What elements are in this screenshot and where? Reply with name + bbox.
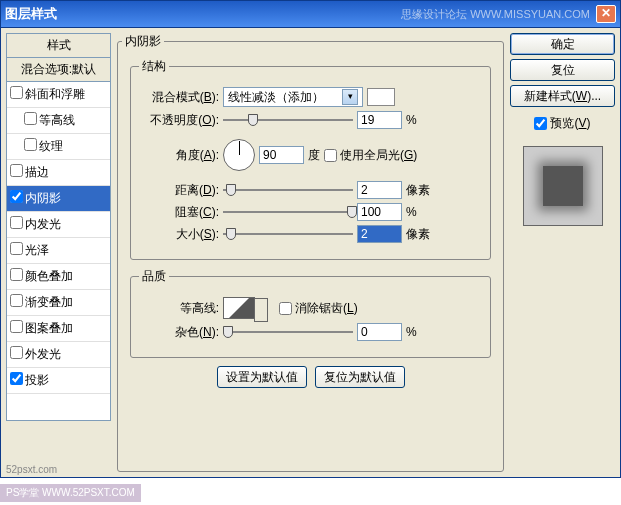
contour-picker[interactable] (223, 297, 255, 319)
style-item[interactable]: 等高线 (7, 108, 110, 134)
style-item-checkbox[interactable] (10, 268, 23, 281)
anti-alias-checkbox[interactable]: 消除锯齿(L) (279, 300, 358, 317)
distance-unit: 像素 (406, 182, 430, 199)
size-unit: 像素 (406, 226, 430, 243)
style-item-label: 内阴影 (25, 191, 61, 205)
style-item-checkbox[interactable] (10, 190, 23, 203)
angle-row: 角度(A): 90 度 使用全局光(G) (139, 139, 482, 171)
style-item-checkbox[interactable] (10, 320, 23, 333)
blend-color-swatch[interactable] (367, 88, 395, 106)
style-item[interactable]: 纹理 (7, 134, 110, 160)
styles-header[interactable]: 样式 (7, 34, 110, 58)
preview-input[interactable] (534, 117, 547, 130)
style-item-checkbox[interactable] (10, 294, 23, 307)
angle-dial[interactable] (223, 139, 255, 171)
style-item[interactable]: 内发光 (7, 212, 110, 238)
style-item[interactable]: 内阴影 (7, 186, 110, 212)
choke-slider[interactable] (223, 211, 353, 213)
style-item-checkbox[interactable] (10, 242, 23, 255)
size-input[interactable]: 2 (357, 225, 402, 243)
reset-default-button[interactable]: 复位为默认值 (315, 366, 405, 388)
distance-label: 距离(D): (139, 182, 219, 199)
preview-box (523, 146, 603, 226)
distance-row: 距离(D): 2 像素 (139, 181, 482, 199)
style-item-checkbox[interactable] (24, 112, 37, 125)
style-item-checkbox[interactable] (10, 346, 23, 359)
style-item-checkbox[interactable] (10, 372, 23, 385)
window-title: 图层样式 (5, 5, 401, 23)
size-row: 大小(S): 2 像素 (139, 225, 482, 243)
style-item-label: 颜色叠加 (25, 269, 73, 283)
blend-mode-value: 线性减淡（添加） (228, 89, 324, 106)
angle-input[interactable]: 90 (259, 146, 304, 164)
style-item-checkbox[interactable] (10, 216, 23, 229)
effect-panel: 内阴影 结构 混合模式(B): 线性减淡（添加） ▾ 不透明度(O): 19 % (117, 33, 504, 472)
anti-alias-input[interactable] (279, 302, 292, 315)
choke-label: 阻塞(C): (139, 204, 219, 221)
style-item[interactable]: 光泽 (7, 238, 110, 264)
size-slider[interactable] (223, 233, 353, 235)
style-item-label: 内发光 (25, 217, 61, 231)
middle-column: 内阴影 结构 混合模式(B): 线性减淡（添加） ▾ 不透明度(O): 19 % (117, 33, 504, 472)
blend-mode-select[interactable]: 线性减淡（添加） ▾ (223, 87, 363, 107)
noise-label: 杂色(N): (139, 324, 219, 341)
style-item-checkbox[interactable] (10, 164, 23, 177)
style-item-label: 外发光 (25, 347, 61, 361)
size-label: 大小(S): (139, 226, 219, 243)
ok-button[interactable]: 确定 (510, 33, 615, 55)
contour-label: 等高线: (139, 300, 219, 317)
style-item[interactable]: 渐变叠加 (7, 290, 110, 316)
global-light-input[interactable] (324, 149, 337, 162)
style-item-label: 光泽 (25, 243, 49, 257)
opacity-label: 不透明度(O): (139, 112, 219, 129)
make-default-button[interactable]: 设置为默认值 (217, 366, 307, 388)
titlebar: 图层样式 思缘设计论坛 WWW.MISSYUAN.COM ✕ (0, 0, 621, 28)
noise-slider[interactable] (223, 331, 353, 333)
chevron-down-icon: ▾ (342, 89, 358, 105)
global-light-checkbox[interactable]: 使用全局光(G) (324, 147, 417, 164)
window-body: 样式 混合选项:默认 斜面和浮雕等高线纹理描边内阴影内发光光泽颜色叠加渐变叠加图… (0, 28, 621, 478)
style-item-label: 斜面和浮雕 (25, 87, 85, 101)
blend-mode-label: 混合模式(B): (139, 89, 219, 106)
blend-options-header[interactable]: 混合选项:默认 (7, 58, 110, 82)
angle-unit: 度 (308, 147, 320, 164)
quality-group: 品质 等高线: 消除锯齿(L) 杂色(N): 0 % (130, 268, 491, 358)
choke-row: 阻塞(C): 100 % (139, 203, 482, 221)
style-list: 样式 混合选项:默认 斜面和浮雕等高线纹理描边内阴影内发光光泽颜色叠加渐变叠加图… (6, 33, 111, 421)
style-item[interactable]: 外发光 (7, 342, 110, 368)
style-item[interactable]: 描边 (7, 160, 110, 186)
style-item[interactable]: 斜面和浮雕 (7, 82, 110, 108)
opacity-slider[interactable] (223, 119, 353, 121)
left-column: 样式 混合选项:默认 斜面和浮雕等高线纹理描边内阴影内发光光泽颜色叠加渐变叠加图… (6, 33, 111, 472)
style-item-label: 渐变叠加 (25, 295, 73, 309)
choke-input[interactable]: 100 (357, 203, 402, 221)
style-item[interactable]: 图案叠加 (7, 316, 110, 342)
distance-input[interactable]: 2 (357, 181, 402, 199)
style-item-checkbox[interactable] (10, 86, 23, 99)
close-button[interactable]: ✕ (596, 5, 616, 23)
style-item[interactable]: 投影 (7, 368, 110, 394)
style-item-checkbox[interactable] (24, 138, 37, 151)
noise-unit: % (406, 325, 417, 339)
reset-buttons: 设置为默认值 复位为默认值 (217, 366, 499, 388)
opacity-input[interactable]: 19 (357, 111, 402, 129)
opacity-unit: % (406, 113, 417, 127)
structure-group: 结构 混合模式(B): 线性减淡（添加） ▾ 不透明度(O): 19 % (130, 58, 491, 260)
noise-row: 杂色(N): 0 % (139, 323, 482, 341)
style-item-label: 纹理 (39, 139, 63, 153)
distance-slider[interactable] (223, 189, 353, 191)
blend-mode-row: 混合模式(B): 线性减淡（添加） ▾ (139, 87, 482, 107)
preview-swatch (543, 166, 583, 206)
cancel-button[interactable]: 复位 (510, 59, 615, 81)
preview-checkbox[interactable]: 预览(V) (510, 115, 615, 132)
watermark-2: 52psxt.com (0, 462, 63, 477)
site-text: 思缘设计论坛 WWW.MISSYUAN.COM (401, 7, 590, 22)
style-item-label: 等高线 (39, 113, 75, 127)
new-style-button[interactable]: 新建样式(W)... (510, 85, 615, 107)
structure-legend: 结构 (139, 58, 169, 75)
style-item-label: 描边 (25, 165, 49, 179)
style-item-label: 图案叠加 (25, 321, 73, 335)
noise-input[interactable]: 0 (357, 323, 402, 341)
angle-label: 角度(A): (139, 147, 219, 164)
style-item[interactable]: 颜色叠加 (7, 264, 110, 290)
